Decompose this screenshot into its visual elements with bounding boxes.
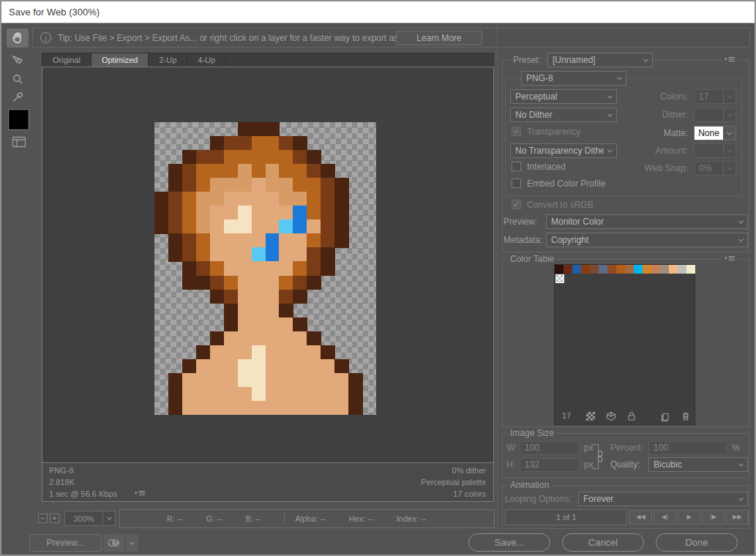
chevron-down-icon <box>735 215 747 228</box>
readout-hex: Hex: -- <box>349 514 373 523</box>
color-swatch[interactable] <box>555 265 564 274</box>
cancel-button[interactable]: Cancel <box>562 533 644 552</box>
matte-dropdown[interactable]: None <box>694 126 736 140</box>
transparent-color-swatch[interactable] <box>555 274 564 283</box>
color-swatch[interactable] <box>686 265 695 274</box>
hand-tool-button[interactable] <box>7 29 29 48</box>
zoom-in-button[interactable]: + <box>50 514 59 523</box>
readout-index: Index: -- <box>397 514 426 523</box>
image-size-title: Image Size <box>507 428 557 438</box>
next-frame-button[interactable]: |▶ <box>702 510 725 525</box>
slice-select-tool-button[interactable] <box>7 50 29 70</box>
height-input[interactable]: 132 <box>520 458 580 472</box>
zoom-level-select[interactable]: 300% <box>64 511 116 526</box>
color-swatch[interactable] <box>590 265 599 274</box>
color-reduction-dropdown[interactable]: Perceptual <box>510 89 617 104</box>
optimized-preview-pane[interactable]: PNG-8 2.818K 1 sec @ 56.6 Kbps ▾≡ 0% dit… <box>42 67 494 502</box>
tab-4up[interactable]: 4-Up <box>187 53 226 67</box>
matte-label: Matte: <box>664 128 688 138</box>
chevron-down-icon <box>723 90 736 103</box>
color-swatch[interactable] <box>669 265 678 274</box>
preset-menu-icon[interactable]: ▾≡ <box>722 56 738 63</box>
previous-frame-button[interactable]: ◀| <box>654 510 676 525</box>
snap-to-web-palette-icon[interactable] <box>584 410 597 423</box>
colors-dropdown[interactable]: 17 <box>694 89 736 104</box>
preset-dropdown[interactable]: [Unnamed] <box>547 53 653 67</box>
delete-color-icon[interactable] <box>679 410 692 423</box>
color-swatch[interactable] <box>572 265 581 274</box>
dither-method-dropdown[interactable]: No Dither <box>510 108 617 122</box>
color-swatch[interactable] <box>651 265 660 274</box>
color-swatch[interactable] <box>660 265 669 274</box>
readout-b: B: -- <box>245 514 261 523</box>
color-swatch[interactable] <box>607 265 616 274</box>
color-table-menu-icon[interactable]: ▾≡ <box>722 255 738 262</box>
tab-2up[interactable]: 2-Up <box>149 53 187 67</box>
chevron-down-icon <box>613 72 626 85</box>
quality-dropdown[interactable]: Bicubic <box>648 457 748 472</box>
link-dimensions-icon[interactable] <box>596 450 604 466</box>
dialog-titlebar[interactable]: Save for Web (300%) <box>1 1 755 23</box>
interlaced-label: Interlaced <box>527 162 566 172</box>
transparency-dither-dropdown[interactable]: No Transparency Dither <box>510 143 617 158</box>
eyedropper-color-swatch[interactable] <box>9 110 29 129</box>
first-frame-button[interactable]: ◀◀ <box>629 510 652 525</box>
convert-srgb-checkbox[interactable]: ✓ <box>512 200 521 209</box>
tab-original[interactable]: Original <box>42 53 91 67</box>
chevron-down-icon <box>640 53 652 67</box>
color-swatch[interactable] <box>581 265 590 274</box>
download-time-menu-icon[interactable]: ▾≡ <box>135 489 146 497</box>
shift-web-safe-icon[interactable] <box>605 410 618 423</box>
metadata-dropdown[interactable]: Copyright <box>546 233 748 247</box>
chevron-down-icon <box>723 108 736 121</box>
color-swatch[interactable] <box>678 265 686 274</box>
done-button[interactable]: Done <box>656 533 738 552</box>
color-table-panel <box>554 264 695 425</box>
transparency-checkbox[interactable]: ✓ <box>512 127 521 136</box>
color-swatch[interactable] <box>564 265 572 274</box>
eyedropper-tool-button[interactable] <box>7 88 29 107</box>
toggle-slices-visibility-button[interactable] <box>9 133 29 150</box>
color-swatch[interactable] <box>634 265 643 274</box>
zoom-level-value: 300% <box>65 514 102 523</box>
quality-label: Quality: <box>610 459 640 470</box>
dither-amount-dropdown[interactable] <box>694 108 736 122</box>
percent-input[interactable]: 100 <box>648 441 727 455</box>
filesize-status: 2.818K <box>49 478 75 487</box>
new-color-icon[interactable] <box>659 410 672 423</box>
preset-label: Preset: <box>510 55 544 65</box>
chevron-down-icon <box>723 127 736 140</box>
color-swatch[interactable] <box>616 265 625 274</box>
learn-more-button[interactable]: Learn More <box>396 31 482 45</box>
zoom-out-button[interactable]: − <box>38 514 48 523</box>
optimized-image-canvas[interactable] <box>154 122 376 415</box>
amount-dropdown[interactable] <box>694 143 736 158</box>
tip-bar: i Tip: Use File > Export > Export As... … <box>32 28 750 48</box>
websnap-dropdown[interactable]: 0% <box>694 161 736 176</box>
color-swatch[interactable] <box>643 265 651 274</box>
width-input[interactable]: 100 <box>520 441 580 455</box>
save-button[interactable]: Save... <box>468 533 550 552</box>
play-button[interactable]: ▶ <box>678 510 700 525</box>
format-status: PNG-8 <box>49 466 74 475</box>
websnap-label: Web Snap: <box>645 163 688 173</box>
preview-mode-dropdown[interactable]: Monitor Color <box>546 214 748 229</box>
embed-color-profile-checkbox[interactable] <box>512 179 521 188</box>
lock-color-icon[interactable] <box>625 410 638 423</box>
color-count: 17 <box>562 411 571 420</box>
format-dropdown[interactable]: PNG-8 <box>521 71 626 86</box>
preview-in-browser-button[interactable]: Preview... <box>29 534 102 552</box>
zoom-tool-button[interactable] <box>7 70 29 89</box>
browser-select-group[interactable]: ? <box>103 534 138 552</box>
interlaced-checkbox[interactable] <box>512 162 521 171</box>
color-readout-bar: R: -- G: -- B: -- Alpha: -- Hex: -- Inde… <box>119 509 495 528</box>
chevron-down-icon <box>735 458 747 471</box>
looping-options-dropdown[interactable]: Forever <box>578 492 748 506</box>
color-swatch[interactable] <box>625 265 634 274</box>
color-swatch[interactable] <box>599 265 607 274</box>
panel-divider <box>497 24 498 529</box>
slice-select-icon <box>11 53 24 67</box>
readout-g: G: -- <box>206 514 222 523</box>
tab-optimized[interactable]: Optimized <box>91 53 149 67</box>
last-frame-button[interactable]: ▶▶ <box>726 510 749 525</box>
